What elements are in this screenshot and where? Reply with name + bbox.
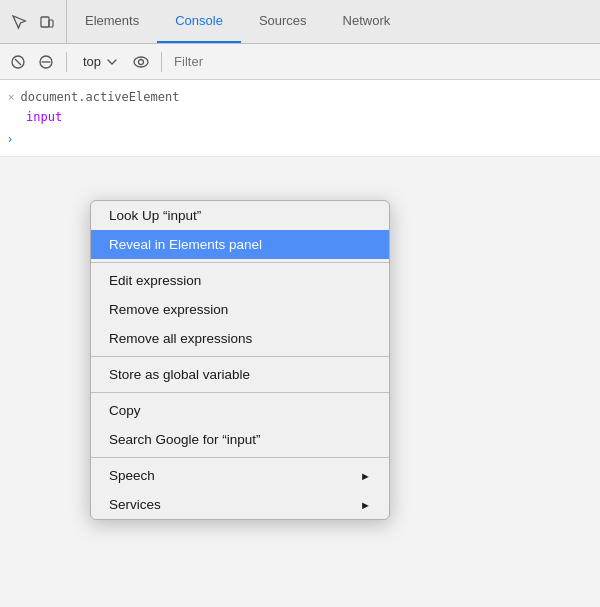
clear-console-icon[interactable] bbox=[6, 50, 30, 74]
menu-item-copy[interactable]: Copy bbox=[91, 396, 389, 425]
menu-item-services[interactable]: Services ► bbox=[91, 490, 389, 519]
device-icon[interactable] bbox=[36, 11, 58, 33]
menu-separator-1 bbox=[91, 262, 389, 263]
filter-input[interactable] bbox=[170, 51, 594, 73]
tab-sources[interactable]: Sources bbox=[241, 0, 325, 43]
menu-separator-3 bbox=[91, 392, 389, 393]
svg-rect-1 bbox=[49, 20, 53, 27]
context-selector[interactable]: top bbox=[75, 52, 125, 71]
menu-item-store[interactable]: Store as global variable bbox=[91, 360, 389, 389]
svg-rect-0 bbox=[41, 17, 49, 27]
console-toolbar: top bbox=[0, 44, 600, 80]
context-menu: Look Up “input” Reveal in Elements panel… bbox=[90, 200, 390, 520]
toolbar-separator-1 bbox=[66, 52, 67, 72]
menu-item-search-google[interactable]: Search Google for “input” bbox=[91, 425, 389, 454]
expression-text: document.activeElement bbox=[20, 90, 179, 104]
speech-arrow-icon: ► bbox=[360, 470, 371, 482]
console-prompt-row: › bbox=[8, 128, 592, 150]
expression-value-row: input bbox=[8, 106, 592, 128]
tab-elements[interactable]: Elements bbox=[67, 0, 157, 43]
prompt-arrow-icon: › bbox=[8, 132, 12, 146]
tab-network[interactable]: Network bbox=[325, 0, 409, 43]
svg-point-7 bbox=[139, 59, 144, 64]
console-area: × document.activeElement input › Look Up… bbox=[0, 80, 600, 157]
menu-separator-2 bbox=[91, 356, 389, 357]
tab-bar: Elements Console Sources Network bbox=[0, 0, 600, 44]
eye-icon[interactable] bbox=[129, 50, 153, 74]
menu-separator-4 bbox=[91, 457, 389, 458]
svg-point-6 bbox=[134, 57, 148, 67]
devtools-icon-group bbox=[0, 0, 67, 43]
menu-item-lookup[interactable]: Look Up “input” bbox=[91, 201, 389, 230]
menu-item-remove-all[interactable]: Remove all expressions bbox=[91, 324, 389, 353]
menu-item-speech[interactable]: Speech ► bbox=[91, 461, 389, 490]
svg-line-3 bbox=[15, 59, 21, 65]
services-arrow-icon: ► bbox=[360, 499, 371, 511]
close-expression-btn[interactable]: × bbox=[8, 91, 14, 103]
toolbar-separator-2 bbox=[161, 52, 162, 72]
menu-item-remove[interactable]: Remove expression bbox=[91, 295, 389, 324]
expression-row: × document.activeElement bbox=[8, 86, 592, 108]
menu-item-edit[interactable]: Edit expression bbox=[91, 266, 389, 295]
tab-console[interactable]: Console bbox=[157, 0, 241, 43]
expression-value: input bbox=[24, 110, 62, 124]
chevron-down-icon bbox=[107, 59, 117, 65]
ban-icon[interactable] bbox=[34, 50, 58, 74]
menu-item-reveal[interactable]: Reveal in Elements panel bbox=[91, 230, 389, 259]
inspect-icon[interactable] bbox=[8, 11, 30, 33]
